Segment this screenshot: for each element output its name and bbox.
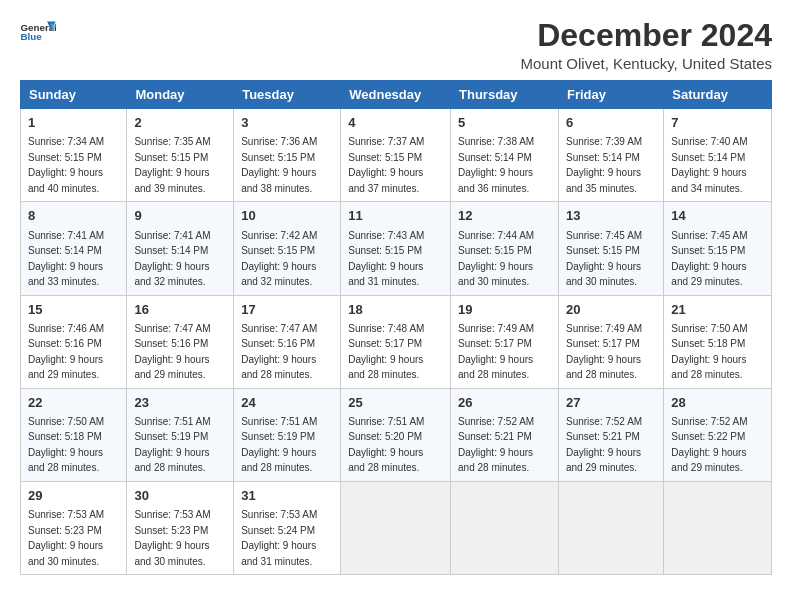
logo-icon: General Blue xyxy=(20,18,56,46)
day-number: 9 xyxy=(134,207,226,225)
day-number: 17 xyxy=(241,301,333,319)
day-detail: Sunrise: 7:47 AM Sunset: 5:16 PM Dayligh… xyxy=(241,323,317,381)
day-number: 20 xyxy=(566,301,656,319)
subtitle: Mount Olivet, Kentucky, United States xyxy=(520,55,772,72)
svg-text:Blue: Blue xyxy=(21,31,43,42)
calendar-cell: 25Sunrise: 7:51 AM Sunset: 5:20 PM Dayli… xyxy=(341,388,451,481)
day-detail: Sunrise: 7:52 AM Sunset: 5:21 PM Dayligh… xyxy=(458,416,534,474)
day-detail: Sunrise: 7:36 AM Sunset: 5:15 PM Dayligh… xyxy=(241,136,317,194)
calendar-body: 1Sunrise: 7:34 AM Sunset: 5:15 PM Daylig… xyxy=(21,109,772,575)
calendar-cell: 1Sunrise: 7:34 AM Sunset: 5:15 PM Daylig… xyxy=(21,109,127,202)
header-friday: Friday xyxy=(558,81,663,109)
day-detail: Sunrise: 7:52 AM Sunset: 5:21 PM Dayligh… xyxy=(566,416,642,474)
day-detail: Sunrise: 7:47 AM Sunset: 5:16 PM Dayligh… xyxy=(134,323,210,381)
header-monday: Monday xyxy=(127,81,234,109)
calendar-cell: 29Sunrise: 7:53 AM Sunset: 5:23 PM Dayli… xyxy=(21,481,127,574)
calendar-cell: 12Sunrise: 7:44 AM Sunset: 5:15 PM Dayli… xyxy=(451,202,559,295)
day-number: 15 xyxy=(28,301,119,319)
calendar-cell: 30Sunrise: 7:53 AM Sunset: 5:23 PM Dayli… xyxy=(127,481,234,574)
page: General Blue December 2024 Mount Olivet,… xyxy=(0,0,792,585)
day-detail: Sunrise: 7:51 AM Sunset: 5:19 PM Dayligh… xyxy=(241,416,317,474)
day-detail: Sunrise: 7:35 AM Sunset: 5:15 PM Dayligh… xyxy=(134,136,210,194)
calendar-cell: 24Sunrise: 7:51 AM Sunset: 5:19 PM Dayli… xyxy=(234,388,341,481)
header-sunday: Sunday xyxy=(21,81,127,109)
day-detail: Sunrise: 7:43 AM Sunset: 5:15 PM Dayligh… xyxy=(348,230,424,288)
day-detail: Sunrise: 7:51 AM Sunset: 5:20 PM Dayligh… xyxy=(348,416,424,474)
day-detail: Sunrise: 7:49 AM Sunset: 5:17 PM Dayligh… xyxy=(566,323,642,381)
day-number: 8 xyxy=(28,207,119,225)
day-number: 2 xyxy=(134,114,226,132)
calendar-cell: 6Sunrise: 7:39 AM Sunset: 5:14 PM Daylig… xyxy=(558,109,663,202)
calendar-cell: 11Sunrise: 7:43 AM Sunset: 5:15 PM Dayli… xyxy=(341,202,451,295)
calendar-cell: 13Sunrise: 7:45 AM Sunset: 5:15 PM Dayli… xyxy=(558,202,663,295)
header-tuesday: Tuesday xyxy=(234,81,341,109)
calendar-cell: 23Sunrise: 7:51 AM Sunset: 5:19 PM Dayli… xyxy=(127,388,234,481)
day-number: 24 xyxy=(241,394,333,412)
day-detail: Sunrise: 7:53 AM Sunset: 5:23 PM Dayligh… xyxy=(134,509,210,567)
calendar-cell: 19Sunrise: 7:49 AM Sunset: 5:17 PM Dayli… xyxy=(451,295,559,388)
day-detail: Sunrise: 7:46 AM Sunset: 5:16 PM Dayligh… xyxy=(28,323,104,381)
day-number: 7 xyxy=(671,114,764,132)
calendar-cell: 10Sunrise: 7:42 AM Sunset: 5:15 PM Dayli… xyxy=(234,202,341,295)
day-number: 5 xyxy=(458,114,551,132)
main-title: December 2024 xyxy=(520,18,772,53)
day-detail: Sunrise: 7:37 AM Sunset: 5:15 PM Dayligh… xyxy=(348,136,424,194)
day-number: 1 xyxy=(28,114,119,132)
day-number: 11 xyxy=(348,207,443,225)
day-detail: Sunrise: 7:53 AM Sunset: 5:23 PM Dayligh… xyxy=(28,509,104,567)
calendar-cell xyxy=(451,481,559,574)
day-detail: Sunrise: 7:50 AM Sunset: 5:18 PM Dayligh… xyxy=(28,416,104,474)
day-detail: Sunrise: 7:38 AM Sunset: 5:14 PM Dayligh… xyxy=(458,136,534,194)
calendar-week-5: 29Sunrise: 7:53 AM Sunset: 5:23 PM Dayli… xyxy=(21,481,772,574)
calendar-cell: 17Sunrise: 7:47 AM Sunset: 5:16 PM Dayli… xyxy=(234,295,341,388)
calendar-table: Sunday Monday Tuesday Wednesday Thursday… xyxy=(20,80,772,575)
calendar-cell: 28Sunrise: 7:52 AM Sunset: 5:22 PM Dayli… xyxy=(664,388,772,481)
calendar-header: Sunday Monday Tuesday Wednesday Thursday… xyxy=(21,81,772,109)
day-detail: Sunrise: 7:34 AM Sunset: 5:15 PM Dayligh… xyxy=(28,136,104,194)
calendar-cell: 2Sunrise: 7:35 AM Sunset: 5:15 PM Daylig… xyxy=(127,109,234,202)
day-detail: Sunrise: 7:52 AM Sunset: 5:22 PM Dayligh… xyxy=(671,416,747,474)
day-detail: Sunrise: 7:41 AM Sunset: 5:14 PM Dayligh… xyxy=(28,230,104,288)
day-detail: Sunrise: 7:45 AM Sunset: 5:15 PM Dayligh… xyxy=(671,230,747,288)
header: General Blue December 2024 Mount Olivet,… xyxy=(20,18,772,72)
day-number: 12 xyxy=(458,207,551,225)
day-number: 25 xyxy=(348,394,443,412)
calendar-cell: 14Sunrise: 7:45 AM Sunset: 5:15 PM Dayli… xyxy=(664,202,772,295)
day-number: 26 xyxy=(458,394,551,412)
header-saturday: Saturday xyxy=(664,81,772,109)
day-number: 13 xyxy=(566,207,656,225)
day-detail: Sunrise: 7:49 AM Sunset: 5:17 PM Dayligh… xyxy=(458,323,534,381)
calendar-cell: 15Sunrise: 7:46 AM Sunset: 5:16 PM Dayli… xyxy=(21,295,127,388)
day-detail: Sunrise: 7:51 AM Sunset: 5:19 PM Dayligh… xyxy=(134,416,210,474)
day-number: 30 xyxy=(134,487,226,505)
calendar-week-1: 1Sunrise: 7:34 AM Sunset: 5:15 PM Daylig… xyxy=(21,109,772,202)
logo: General Blue xyxy=(20,18,56,46)
calendar-week-2: 8Sunrise: 7:41 AM Sunset: 5:14 PM Daylig… xyxy=(21,202,772,295)
calendar-cell: 21Sunrise: 7:50 AM Sunset: 5:18 PM Dayli… xyxy=(664,295,772,388)
day-detail: Sunrise: 7:41 AM Sunset: 5:14 PM Dayligh… xyxy=(134,230,210,288)
calendar-cell: 8Sunrise: 7:41 AM Sunset: 5:14 PM Daylig… xyxy=(21,202,127,295)
day-detail: Sunrise: 7:42 AM Sunset: 5:15 PM Dayligh… xyxy=(241,230,317,288)
day-number: 19 xyxy=(458,301,551,319)
calendar-cell: 3Sunrise: 7:36 AM Sunset: 5:15 PM Daylig… xyxy=(234,109,341,202)
calendar-week-3: 15Sunrise: 7:46 AM Sunset: 5:16 PM Dayli… xyxy=(21,295,772,388)
calendar-cell: 31Sunrise: 7:53 AM Sunset: 5:24 PM Dayli… xyxy=(234,481,341,574)
day-number: 16 xyxy=(134,301,226,319)
day-detail: Sunrise: 7:53 AM Sunset: 5:24 PM Dayligh… xyxy=(241,509,317,567)
calendar-cell: 9Sunrise: 7:41 AM Sunset: 5:14 PM Daylig… xyxy=(127,202,234,295)
header-thursday: Thursday xyxy=(451,81,559,109)
calendar-cell: 20Sunrise: 7:49 AM Sunset: 5:17 PM Dayli… xyxy=(558,295,663,388)
title-block: December 2024 Mount Olivet, Kentucky, Un… xyxy=(520,18,772,72)
day-detail: Sunrise: 7:45 AM Sunset: 5:15 PM Dayligh… xyxy=(566,230,642,288)
day-detail: Sunrise: 7:44 AM Sunset: 5:15 PM Dayligh… xyxy=(458,230,534,288)
header-wednesday: Wednesday xyxy=(341,81,451,109)
calendar-cell: 18Sunrise: 7:48 AM Sunset: 5:17 PM Dayli… xyxy=(341,295,451,388)
day-detail: Sunrise: 7:50 AM Sunset: 5:18 PM Dayligh… xyxy=(671,323,747,381)
calendar-week-4: 22Sunrise: 7:50 AM Sunset: 5:18 PM Dayli… xyxy=(21,388,772,481)
day-number: 18 xyxy=(348,301,443,319)
day-number: 3 xyxy=(241,114,333,132)
day-number: 28 xyxy=(671,394,764,412)
day-number: 6 xyxy=(566,114,656,132)
calendar-cell: 16Sunrise: 7:47 AM Sunset: 5:16 PM Dayli… xyxy=(127,295,234,388)
calendar-cell: 7Sunrise: 7:40 AM Sunset: 5:14 PM Daylig… xyxy=(664,109,772,202)
